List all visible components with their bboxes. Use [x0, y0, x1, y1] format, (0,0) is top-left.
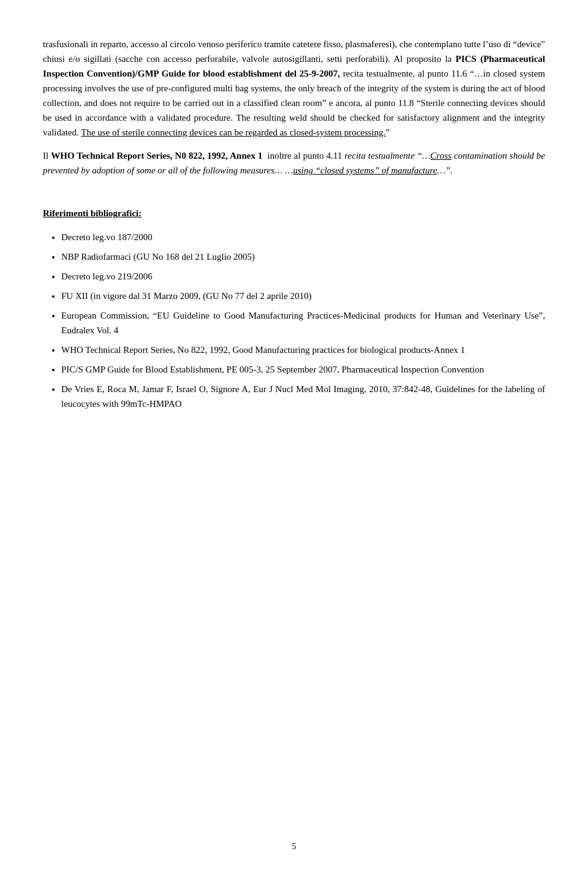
list-item: NBP Radiofarmaci (GU No 168 del 21 Lugli… [61, 249, 545, 264]
bibliography-heading: Riferimenti bibliografici: [43, 208, 545, 219]
list-item: Decreto leg.vo 219/2006 [61, 269, 545, 284]
page-number: 5 [292, 842, 296, 852]
cross-italic-underline: Cross [431, 151, 451, 161]
pics-bold: PICS (Pharmaceutical Inspection Conventi… [43, 54, 545, 78]
list-item: De Vries E, Roca M, Jamar F, Israel O, S… [61, 382, 545, 411]
underlined-text-1: The use of sterile connecting devices ca… [81, 127, 385, 137]
bibliography-list: Decreto leg.vo 187/2000 NBP Radiofarmaci… [43, 230, 545, 411]
list-item: WHO Technical Report Series, No 822, 199… [61, 342, 545, 357]
list-item: PIC/S GMP Guide for Blood Establishment,… [61, 362, 545, 377]
bibliography-section: Riferimenti bibliografici: Decreto leg.v… [43, 208, 545, 411]
list-item: FU XII (in vigore dal 31 Marzo 2009, (GU… [61, 289, 545, 303]
list-item: European Commission, “EU Guideline to Go… [61, 308, 545, 338]
paragraph-1: trasfusionali in reparto, accesso al cir… [43, 37, 545, 140]
page: trasfusionali in reparto, accesso al cir… [0, 0, 588, 870]
list-item: Decreto leg.vo 187/2000 [61, 230, 545, 244]
using-underline-italic: using “closed systems” of manufacture [293, 165, 437, 175]
paragraph-2: Il WHO Technical Report Series, N0 822, … [43, 148, 545, 178]
who-bold: WHO Technical Report Series, N0 822, 199… [51, 151, 262, 161]
